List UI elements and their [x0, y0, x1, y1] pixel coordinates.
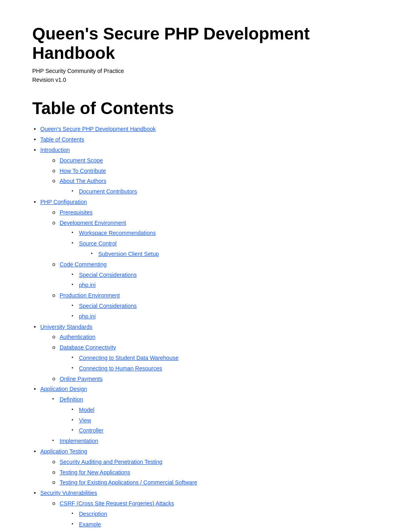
list-item: How To Contribute — [52, 166, 379, 176]
list-item: Introduction Document Scope How To Contr… — [32, 145, 379, 197]
toc-link-database-connectivity[interactable]: Database Connectivity — [60, 344, 116, 351]
toc-link-controller[interactable]: Controller — [79, 427, 104, 434]
toc-link-application-design[interactable]: Application Design — [40, 386, 87, 392]
toc-list: Queen's Secure PHP Development Handbook … — [32, 125, 379, 532]
list-item: Example — [71, 520, 379, 530]
list-item: Definition Model View Controller — [52, 395, 379, 436]
list-item: Development Environment Workspace Recomm… — [52, 218, 379, 259]
subtitle-line2: Revision v1.0 — [32, 77, 66, 83]
list-item: php.ini — [71, 312, 379, 322]
list-item: Queen's Secure PHP Development Handbook — [32, 125, 379, 134]
toc-link-university-standards[interactable]: University Standards — [40, 324, 92, 330]
list-item: Authentication — [52, 332, 379, 342]
toc-link-human-resources[interactable]: Connecting to Human Resources — [79, 365, 162, 372]
toc-link-special-considerations-prod[interactable]: Special Considerations — [79, 303, 137, 309]
list-item: Security Auditing and Penetration Testin… — [52, 457, 379, 467]
toc-link-about-authors[interactable]: About The Authors — [60, 178, 106, 184]
subtitle: PHP Security Community of Practice Revis… — [32, 66, 379, 85]
list-item: Document Scope — [52, 156, 379, 166]
toc-link-security-auditing[interactable]: Security Auditing and Penetration Testin… — [60, 459, 162, 465]
toc-link-phpini-code[interactable]: php.ini — [79, 282, 95, 288]
toc-heading: Table of Contents — [32, 99, 379, 118]
toc-link-csrf[interactable]: CSRF (Cross Site Request Forgeries) Atta… — [60, 500, 174, 507]
toc-link-production-env[interactable]: Production Environment — [60, 292, 120, 299]
list-item: Testing for Existing Applications / Comm… — [52, 478, 379, 488]
toc-link-model[interactable]: Model — [79, 407, 94, 413]
toc-link-online-payments[interactable]: Online Payments — [60, 376, 103, 382]
list-item: Prevention — [71, 530, 379, 532]
list-item: Production Environment Special Considera… — [52, 291, 379, 321]
list-item: Table of Contents — [32, 135, 379, 145]
toc-link-view[interactable]: View — [79, 417, 91, 424]
list-item: Source Control Subversion Client Setup — [71, 239, 379, 259]
list-item: Online Payments — [52, 374, 379, 384]
toc-link-handbook[interactable]: Queen's Secure PHP Development Handbook — [40, 126, 156, 132]
list-item: Application Design Definition Model View… — [32, 384, 379, 446]
list-item: Connecting to Human Resources — [71, 364, 379, 374]
list-item: Subversion Client Setup — [90, 249, 379, 259]
list-item: Special Considerations — [71, 301, 379, 311]
toc-link-authentication[interactable]: Authentication — [60, 334, 95, 340]
list-item: Controller — [71, 426, 379, 436]
toc-link-workspace[interactable]: Workspace Recommendations — [79, 230, 156, 236]
toc-link-testing-existing-apps[interactable]: Testing for Existing Applications / Comm… — [60, 479, 197, 486]
list-item: Description — [71, 509, 379, 519]
toc-link-document-contributors[interactable]: Document Contributors — [79, 188, 137, 195]
list-item: Model — [71, 405, 379, 415]
toc-link-source-control[interactable]: Source Control — [79, 240, 116, 247]
list-item: Document Contributors — [71, 187, 379, 197]
toc-link-how-to-contribute[interactable]: How To Contribute — [60, 168, 106, 174]
toc-link-dev-env[interactable]: Development Environment — [60, 220, 126, 226]
list-item: Code Commenting Special Considerations p… — [52, 260, 379, 290]
list-item: Database Connectivity Connecting to Stud… — [52, 343, 379, 373]
toc-link-introduction[interactable]: Introduction — [40, 147, 70, 153]
toc-link-implementation[interactable]: Implementation — [60, 438, 98, 444]
toc-link-code-commenting[interactable]: Code Commenting — [60, 261, 107, 268]
toc-link-toc[interactable]: Table of Contents — [40, 136, 84, 143]
toc-link-phpini-prod[interactable]: php.ini — [79, 313, 95, 320]
toc-link-subversion[interactable]: Subversion Client Setup — [98, 251, 159, 257]
list-item: Connecting to Student Data Warehouse — [71, 353, 379, 363]
list-item: Implementation — [52, 436, 379, 446]
toc-link-php-configuration[interactable]: PHP Configuration — [40, 199, 87, 205]
list-item: php.ini — [71, 281, 379, 290]
list-item: Testing for New Applications — [52, 468, 379, 478]
toc-link-prerequisites[interactable]: Prerequisites — [60, 209, 93, 216]
toc-link-student-data-warehouse[interactable]: Connecting to Student Data Warehouse — [79, 355, 179, 361]
list-item: PHP Configuration Prerequisites Developm… — [32, 197, 379, 322]
toc-link-document-scope[interactable]: Document Scope — [60, 157, 103, 164]
page-title: Queen's Secure PHP Development Handbook — [32, 24, 379, 63]
list-item: About The Authors Document Contributors — [52, 177, 379, 197]
list-item: Security Vulnerabilities CSRF (Cross Sit… — [32, 488, 379, 532]
subtitle-line1: PHP Security Community of Practice — [32, 68, 124, 74]
list-item: University Standards Authentication Data… — [32, 322, 379, 384]
list-item: CSRF (Cross Site Request Forgeries) Atta… — [52, 499, 379, 532]
toc-link-definition[interactable]: Definition — [60, 396, 83, 403]
toc-link-csrf-example[interactable]: Example — [79, 521, 101, 528]
toc-link-testing-new-apps[interactable]: Testing for New Applications — [60, 469, 130, 476]
list-item: View — [71, 416, 379, 426]
toc-link-security-vulnerabilities[interactable]: Security Vulnerabilities — [40, 490, 97, 496]
list-item: Workspace Recommendations — [71, 229, 379, 238]
list-item: Prerequisites — [52, 208, 379, 218]
toc-link-special-considerations-code[interactable]: Special Considerations — [79, 272, 137, 278]
toc-link-csrf-description[interactable]: Description — [79, 511, 107, 517]
list-item: Special Considerations — [71, 270, 379, 280]
toc-link-application-testing[interactable]: Application Testing — [40, 448, 87, 455]
list-item: Application Testing Security Auditing an… — [32, 447, 379, 488]
